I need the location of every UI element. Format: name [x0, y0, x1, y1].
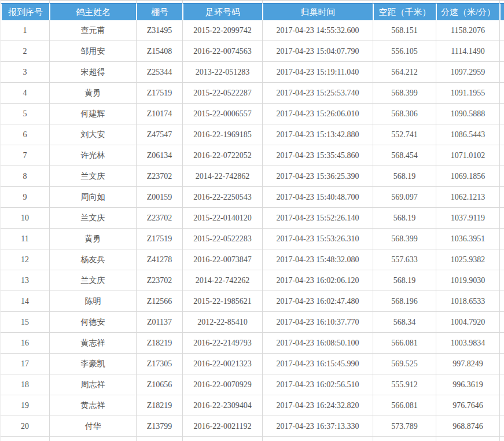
cell-ring_no: 2012-22-85410 — [182, 312, 262, 332]
cell-report_no: 17 — [1, 354, 49, 374]
cell-distance_km: 568.454 — [373, 145, 436, 166]
cell-ring_no: 2015-22-0006557 — [182, 104, 262, 124]
clipped-cell — [49, 437, 136, 441]
cell-distance_km: 568.196 — [373, 291, 436, 311]
cell-ring_no: 2014-22-742862 — [182, 166, 262, 186]
cell-homing_time: 2017-04-23 16:37:13.330 — [262, 416, 373, 436]
cell-owner_name: 兰文庆 — [49, 208, 136, 228]
cell-report_no: 5 — [1, 104, 49, 124]
table-row: 5何建辉Z101742015-22-00065572017-04-23 15:2… — [1, 104, 504, 124]
cell-distance_km: 568.399 — [373, 83, 436, 103]
cell-speed_m_per_min: 1071.0102 — [436, 145, 499, 166]
clipped-cell — [373, 437, 436, 441]
cell-overflow — [499, 354, 504, 374]
cell-speed_m_per_min: 1019.9030 — [436, 270, 499, 291]
cell-ring_no: 2015-22-0522283 — [182, 229, 262, 249]
cell-distance_km: 552.741 — [373, 124, 436, 145]
cell-report_no: 10 — [1, 208, 49, 228]
cell-overflow — [499, 41, 504, 61]
cell-homing_time: 2017-04-23 15:13:42.880 — [262, 124, 373, 145]
clipped-cell — [136, 437, 182, 441]
cell-overflow — [499, 395, 504, 416]
cell-owner_name: 宋超得 — [49, 62, 136, 82]
cell-overflow — [499, 187, 504, 207]
header-cell-distance_km: 空距（千米） — [373, 3, 436, 20]
cell-ring_no: 2016-22-1969185 — [182, 124, 262, 145]
cell-report_no: 3 — [1, 62, 49, 82]
cell-homing_time: 2017-04-23 15:52:26.140 — [262, 208, 373, 228]
cell-distance_km: 568.151 — [373, 20, 436, 41]
table-row: 2邹用安Z154082016-22-00745632017-04-23 15:0… — [1, 41, 504, 62]
cell-overflow — [499, 312, 504, 332]
cell-homing_time: 2017-04-23 15:53:26.310 — [262, 229, 373, 249]
cell-overflow — [499, 229, 504, 249]
cell-owner_name: 李豪凯 — [49, 354, 136, 374]
cell-loft_no: Z10656 — [136, 374, 182, 395]
cell-overflow — [499, 166, 504, 186]
cell-overflow — [499, 83, 504, 103]
header-cell-homing_time: 归巢时间 — [262, 3, 373, 20]
cell-ring_no: 2015-22-1985621 — [182, 291, 262, 311]
cell-loft_no: Z01137 — [136, 312, 182, 332]
cell-speed_m_per_min: 1018.6533 — [436, 291, 499, 311]
cell-owner_name: 黄勇 — [49, 229, 136, 249]
header-cell-report_no: 报到序号 — [1, 3, 49, 20]
cell-loft_no: Z23702 — [136, 208, 182, 228]
cell-owner_name: 周志祥 — [49, 374, 136, 395]
cell-speed_m_per_min: 997.8249 — [436, 354, 499, 374]
cell-loft_no: Z23702 — [136, 166, 182, 186]
cell-overflow — [499, 333, 504, 353]
cell-distance_km: 568.306 — [373, 104, 436, 124]
cell-homing_time: 2017-04-23 16:15:45.990 — [262, 354, 373, 374]
cell-homing_time: 2017-04-23 15:40:48.700 — [262, 187, 373, 207]
cell-overflow — [499, 374, 504, 395]
cell-owner_name: 兰文庆 — [49, 166, 136, 186]
cell-overflow — [499, 62, 504, 82]
cell-homing_time: 2017-04-23 15:35:45.860 — [262, 145, 373, 166]
cell-homing_time: 2017-04-23 15:26:06.010 — [262, 104, 373, 124]
cell-homing_time: 2017-04-23 14:55:32.600 — [262, 20, 373, 41]
cell-report_no: 12 — [1, 249, 49, 270]
table-row: 16黄志祥Z182192016-22-21497932017-04-23 16:… — [1, 333, 504, 354]
table-row: 14陈明Z125662015-22-19856212017-04-23 16:0… — [1, 291, 504, 312]
table-row: 9周向如Z001592016-22-22505432017-04-23 15:4… — [1, 187, 504, 208]
cell-loft_no: Z13799 — [136, 416, 182, 436]
cell-loft_no: Z25344 — [136, 62, 182, 82]
cell-ring_no: 2016-22-2250543 — [182, 187, 262, 207]
cell-overflow — [499, 208, 504, 228]
table-row: 4黄勇Z175192015-22-05222872017-04-23 15:25… — [1, 83, 504, 104]
cell-report_no: 19 — [1, 395, 49, 416]
cell-speed_m_per_min: 1037.9119 — [436, 208, 499, 228]
cell-speed_m_per_min: 1090.5888 — [436, 104, 499, 124]
cell-overflow — [499, 20, 504, 41]
cell-homing_time: 2017-04-23 15:36:25.390 — [262, 166, 373, 186]
cell-loft_no: Z15408 — [136, 41, 182, 61]
cell-owner_name: 付华 — [49, 416, 136, 436]
cell-ring_no: 2015-22-2099742 — [182, 20, 262, 41]
cell-owner_name: 何德安 — [49, 312, 136, 332]
cell-ring_no: 2016-22-0073847 — [182, 249, 262, 270]
cell-report_no: 4 — [1, 83, 49, 103]
cell-speed_m_per_min: 1003.9834 — [436, 333, 499, 353]
table-header-row: 报到序号鸽主姓名棚号足环号码归巢时间空距（千米）分速（米/分） — [1, 3, 504, 20]
cell-speed_m_per_min: 976.7646 — [436, 395, 499, 416]
cell-distance_km: 557.633 — [373, 249, 436, 270]
clipped-cell — [182, 437, 262, 441]
table-row: 15何德安Z011372012-22-854102017-04-23 16:10… — [1, 312, 504, 333]
header-cell-owner_name: 鸽主姓名 — [49, 3, 136, 20]
cell-homing_time: 2017-04-23 15:25:53.740 — [262, 83, 373, 103]
cell-ring_no: 2016-22-0021192 — [182, 416, 262, 436]
cell-report_no: 7 — [1, 145, 49, 166]
cell-distance_km: 569.525 — [373, 354, 436, 374]
table-row: 11黄勇Z175192015-22-05222832017-04-23 15:5… — [1, 229, 504, 249]
table-row: 18周志祥Z106562016-22-00709292017-04-23 16:… — [1, 374, 504, 395]
cell-distance_km: 568.34 — [373, 312, 436, 332]
cell-report_no: 15 — [1, 312, 49, 332]
cell-report_no: 8 — [1, 166, 49, 186]
cell-overflow — [499, 249, 504, 270]
clipped-row-bottom — [1, 437, 504, 441]
cell-speed_m_per_min: 996.3619 — [436, 374, 499, 395]
cell-report_no: 2 — [1, 41, 49, 61]
cell-homing_time: 2017-04-23 15:48:32.080 — [262, 249, 373, 270]
cell-ring_no: 2015-22-0140120 — [182, 208, 262, 228]
